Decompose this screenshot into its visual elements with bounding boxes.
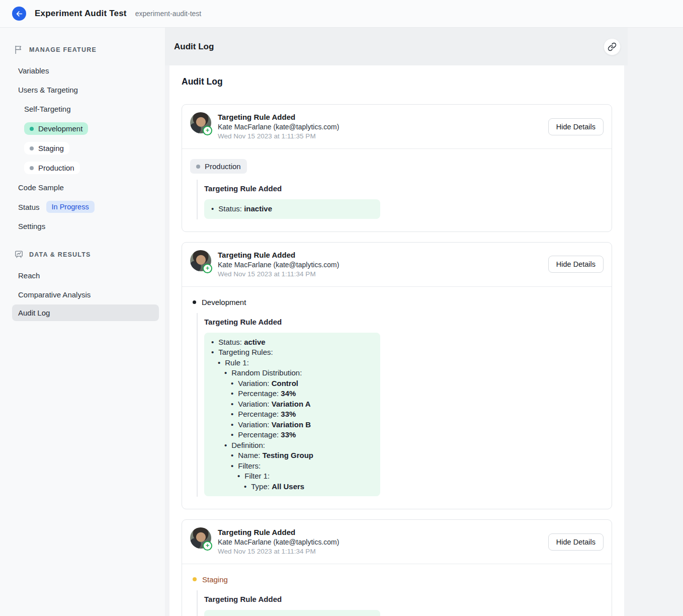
change-label: Variation: [238,400,271,408]
sidebar: MANAGE FEATURE Variables Users & Targeti… [0,28,165,616]
sidebar-item-self-targeting[interactable]: Self-Targeting [18,100,153,118]
change-value: 34% [281,389,296,398]
back-button[interactable] [12,7,26,21]
copy-link-button[interactable] [604,38,621,55]
change-label: Targeting Rules: [218,348,273,356]
change-entry: Filters: [231,461,373,472]
change-value: Variation A [272,400,311,408]
sidebar-item-audit-log[interactable]: Audit Log [12,304,159,321]
change-entry: Name: Testing Group [231,450,373,461]
sidebar-item-variables[interactable]: Variables [18,61,153,80]
change-block: Targeting Rule Added Status: activeTarge… [197,313,604,497]
change-entry: Percentage: 33% [231,409,373,420]
change-block: Targeting Rule Added Status: inactive [197,180,604,219]
hide-details-button[interactable]: Hide Details [548,118,604,135]
page-slug: experiment-audit-test [135,10,202,18]
change-entry: Variation: Variation A [231,399,373,410]
change-title: Targeting Rule Added [204,595,604,603]
manage-feature-heading: MANAGE FEATURE [14,45,153,54]
data-results-label: DATA & RESULTS [29,251,91,258]
change-label: Variation: [238,420,271,429]
environment-name: Staging [202,575,228,584]
change-value: Testing Group [263,451,313,459]
audit-card: + Targeting Rule Added Kate MacFarlane (… [182,104,612,232]
sidebar-item-comparative-analysis[interactable]: Comparative Analysis [18,285,153,304]
environment-name: Production [205,162,241,171]
environment-label-development[interactable]: Development [190,297,249,307]
avatar: + [190,112,211,133]
change-entry: Percentage: 33% [231,430,373,440]
sidebar-env-row: Development [18,119,153,138]
environment-name: Development [202,298,246,306]
event-meta: Targeting Rule Added Kate MacFarlane (ka… [218,527,339,556]
change-entry: Rule 1: [218,358,373,368]
audit-card-body: Staging Targeting Rule Added Status: ina… [182,564,612,616]
change-entry: Variation: Control [231,378,373,389]
change-title: Targeting Rule Added [204,184,604,193]
change-label: Definition: [231,441,265,449]
page-title: Experiment Audit Test [35,9,127,19]
env-label: Development [38,124,82,133]
change-label: Percentage: [238,410,281,418]
change-label: Filter 1: [244,472,270,480]
change-label: Percentage: [238,389,281,398]
avatar: + [190,527,211,549]
app-header: Experiment Audit Test experiment-audit-t… [0,0,683,28]
change-label: Filters: [238,461,261,470]
change-details: Status: inactive [204,610,380,616]
change-title: Targeting Rule Added [204,318,604,326]
status-label: Status [18,203,40,211]
sidebar-env-development[interactable]: Development [24,122,88,135]
avatar: + [190,250,211,271]
change-value: All Users [272,482,304,491]
amber-dot-icon [193,577,197,581]
change-value: 33% [281,430,296,439]
change-entry: Filter 1: [237,471,373,482]
change-label: Name: [238,451,262,459]
manage-feature-label: MANAGE FEATURE [29,46,97,53]
link-icon [608,42,617,51]
plus-circle-icon: + [203,264,212,273]
event-author: Kate MacFarlane (kate@taplytics.com) [218,537,339,547]
change-label: Rule 1: [225,358,249,367]
main-area: Audit Log Audit Log + Targeting Rule Add… [165,28,683,616]
audit-card-body: Development Targeting Rule Added Status:… [182,287,612,509]
env-label: Staging [38,144,64,152]
section-title: Audit Log [182,76,612,87]
change-details: Status: inactive [204,199,380,219]
change-block: Targeting Rule Added Status: inactive [197,590,604,616]
status-badge: In Progress [46,201,95,213]
change-label: Type: [251,482,272,491]
sidebar-item-settings[interactable]: Settings [18,217,153,236]
gray-dot-icon [30,166,34,170]
audit-card: + Targeting Rule Added Kate MacFarlane (… [182,242,612,510]
hide-details-button[interactable]: Hide Details [548,533,604,551]
sidebar-item-status[interactable]: Status In Progress [18,197,153,216]
plus-circle-icon: + [203,126,212,135]
event-title: Targeting Rule Added [218,250,339,260]
sidebar-item-users-targeting[interactable]: Users & Targeting [18,81,153,99]
data-results-heading: DATA & RESULTS [14,250,153,259]
sidebar-env-row: Staging [18,138,153,158]
event-title: Targeting Rule Added [218,527,339,537]
change-value: Variation B [272,420,311,429]
sidebar-env-staging[interactable]: Staging [24,142,69,155]
environment-pill-production[interactable]: Production [190,159,247,174]
change-label: Status: [218,338,244,346]
audit-card-body: Production Targeting Rule Added Status: … [182,149,612,232]
environment-label-staging[interactable]: Staging [190,575,231,584]
sidebar-env-production[interactable]: Production [24,162,80,174]
audit-log-panel: Audit Log + Targeting Rule Added Kate Ma… [169,65,624,616]
event-author: Kate MacFarlane (kate@taplytics.com) [218,260,339,269]
event-title: Targeting Rule Added [218,112,339,122]
dark-dot-icon [193,300,196,304]
sidebar-nav: Variables Users & Targeting Self-Targeti… [18,61,153,321]
change-entry: Status: inactive [211,614,373,616]
event-timestamp: Wed Nov 15 2023 at 1:11:34 PM [218,547,339,556]
sidebar-item-code-sample[interactable]: Code Sample [18,178,153,197]
sidebar-item-reach[interactable]: Reach [18,266,153,285]
chart-icon [14,250,24,259]
plus-circle-icon: + [203,541,212,551]
hide-details-button[interactable]: Hide Details [548,256,604,273]
audit-card-header: + Targeting Rule Added Kate MacFarlane (… [182,520,612,564]
